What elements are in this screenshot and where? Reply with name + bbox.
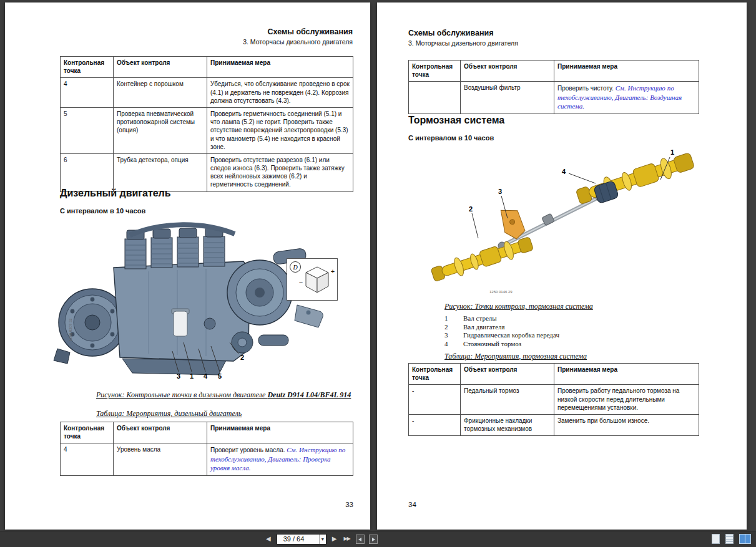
cell-measure: Проверить работу педального тормоза на н… [554, 385, 699, 415]
table-caption: Таблица: Мероприятия, тормозная система [444, 352, 587, 361]
cell-object: Воздушный фильтр [461, 82, 554, 114]
figure-caption-model: Deutz D914 L04/BF4L 914 [267, 390, 351, 399]
figure-caption: Рисунок: Контрольные точки в дизельном д… [96, 390, 351, 400]
page-navigation: ◀ 39 / 64 ▾ ▶ ▶▶ [265, 533, 378, 545]
layout-controls [712, 534, 751, 544]
table-header-row: Контрольная точка Объект контроля Приним… [409, 61, 699, 82]
interval-heading: С интервалом в 10 часов [60, 207, 145, 215]
battery-minus-sign: − [299, 279, 303, 286]
legend-label: Вал двигателя [463, 323, 505, 332]
col-header-control-point: Контрольная точка [61, 57, 114, 78]
legend-item: 1 Вал стрелы [444, 314, 559, 323]
col-header-measure: Принимаемая мера [207, 422, 353, 443]
measure-text: Проверить чистоту. [557, 85, 616, 92]
figure-code: 1250 0207 32 [69, 318, 72, 341]
viewer-toolbar: ◀ 39 / 64 ▾ ▶ ▶▶ [0, 531, 756, 547]
measure-text: Проверит уровень масла. [210, 447, 287, 453]
page-combo[interactable]: 39 / 64 ▾ [277, 534, 326, 545]
header-subtitle: 3. Моторчасы дизельного двигателя [408, 39, 518, 47]
arrow-right-icon [372, 538, 375, 541]
chevron-down-icon: ▾ [319, 535, 324, 544]
cell-measure: Проверить герметичность соединений (5.1)… [207, 107, 353, 153]
page-number: 34 [408, 501, 416, 508]
col-header-measure: Принимаемая мера [554, 61, 699, 82]
legend-number: 3 [444, 331, 463, 340]
legend-label: Стояночный тормоз [463, 340, 521, 349]
next-page-button[interactable]: ▶ [331, 533, 338, 545]
figure-caption-text: Рисунок: Контрольные точки в дизельном д… [96, 390, 267, 399]
cell-measure: Проверит уровень масла. См. Инструкцию п… [207, 443, 353, 476]
battery-cube-icon: D − + [287, 259, 337, 300]
cell-object: Контейнер с порошком [114, 78, 207, 108]
battery-label: D [292, 264, 298, 271]
diesel-engine-illustration: 3 1 4 5 2 1250 0207 32 [49, 218, 342, 386]
col-header-object: Объект контроля [461, 61, 554, 82]
cell-control-point: - [409, 385, 461, 415]
legend-number: 4 [444, 340, 463, 349]
legend-label: Вал стрелы [463, 314, 497, 323]
figure-callout: 2 [469, 205, 473, 213]
figure-callout: 3 [177, 372, 180, 380]
col-header-object: Объект контроля [114, 422, 207, 443]
cell-control-point: - [409, 414, 461, 435]
page-indicator: 39 / 64 [283, 535, 305, 543]
cell-object: Проверка пневматической противопожарной … [114, 107, 207, 153]
legend-item: 2 Вал двигателя [444, 323, 559, 332]
legend-item: 3 Гидравлическая коробка передач [444, 331, 559, 340]
table-row: Воздушный фильтр Проверить чистоту. См. … [409, 82, 699, 114]
figure-legend: 1 Вал стрелы 2 Вал двигателя 3 Гидравлич… [444, 314, 559, 348]
actions-table: Контрольная точка Объект контроля Приним… [408, 363, 699, 436]
figure-callout: 3 [498, 188, 502, 195]
figure-code: 1250 0146 29 [489, 290, 513, 294]
cell-measure: Проверить чистоту. См. Инструкцию по тех… [554, 82, 699, 114]
figure-callout: 1 [190, 372, 194, 380]
col-header-control-point: Контрольная точка [61, 422, 114, 443]
cell-control-point: 4 [61, 443, 114, 476]
table-row: 4 Уровень масла Проверит уровень масла. … [61, 443, 353, 476]
single-page-layout-icon[interactable] [712, 534, 720, 544]
page-number: 33 [60, 501, 353, 508]
cell-object: Трубка детектора, опция [114, 153, 207, 191]
cell-control-point: 6 [61, 153, 114, 191]
continuous-layout-icon[interactable] [725, 534, 734, 544]
col-header-measure: Принимаемая мера [554, 364, 699, 385]
brake-system-illustration: 1 4 3 2 1250 0146 29 [408, 145, 699, 299]
col-header-control-point: Контрольная точка [409, 61, 461, 82]
arrow-left-icon [358, 538, 361, 541]
header-title: Схемы обслуживания [408, 29, 518, 37]
document-page-right: Схемы обслуживания 3. Моторчасы дизельно… [377, 2, 747, 530]
cell-control-point: 5 [61, 107, 114, 153]
maintenance-table: Контрольная точка Объект контроля Приним… [408, 60, 699, 114]
interval-heading: С интервалом в 10 часов [408, 134, 494, 142]
prev-page-button[interactable]: ◀ [265, 533, 272, 545]
next-view-button[interactable] [369, 535, 378, 544]
col-header-object: Объект контроля [461, 364, 554, 385]
actions-table: Контрольная точка Объект контроля Приним… [60, 422, 353, 476]
brake-figure: 1 4 3 2 1250 0146 29 [408, 145, 699, 299]
table-header-row: Контрольная точка Объект контроля Приним… [409, 364, 699, 385]
table-row: - Фрикционные накладки тормозных механиз… [409, 414, 699, 435]
engine-figure: 3 1 4 5 2 1250 0207 32 [49, 218, 342, 386]
figure-callout: 5 [218, 372, 222, 380]
figure-callout: 2 [240, 354, 244, 361]
prev-view-button[interactable] [356, 535, 365, 544]
battery-direction-icon: D − + [287, 258, 338, 301]
table-row: - Педальный тормоз Проверить работу педа… [409, 385, 699, 415]
page-header: Схемы обслуживания 3. Моторчасы дизельно… [243, 27, 353, 46]
legend-number: 1 [444, 314, 463, 323]
facing-pages-layout-icon[interactable] [739, 534, 751, 544]
col-header-object: Объект контроля [114, 57, 207, 78]
page-header: Схемы обслуживания 3. Моторчасы дизельно… [408, 29, 518, 47]
cell-object: Фрикционные накладки тормозных механизмо… [461, 414, 554, 435]
figure-callout: 1 [670, 148, 674, 156]
table-header-row: Контрольная точка Объект контроля Приним… [61, 422, 353, 443]
table-row: 5 Проверка пневматической противопожарно… [61, 107, 353, 153]
cell-measure: Убедиться, что обслуживание проведено в … [207, 78, 353, 108]
cell-control-point [409, 82, 461, 114]
cell-control-point: 4 [61, 78, 114, 108]
col-header-control-point: Контрольная точка [409, 364, 461, 385]
header-title: Схемы обслуживания [243, 27, 353, 36]
last-page-button[interactable]: ▶▶ [342, 533, 351, 545]
cell-object: Педальный тормоз [461, 385, 554, 415]
figure-callout: 4 [562, 168, 566, 175]
